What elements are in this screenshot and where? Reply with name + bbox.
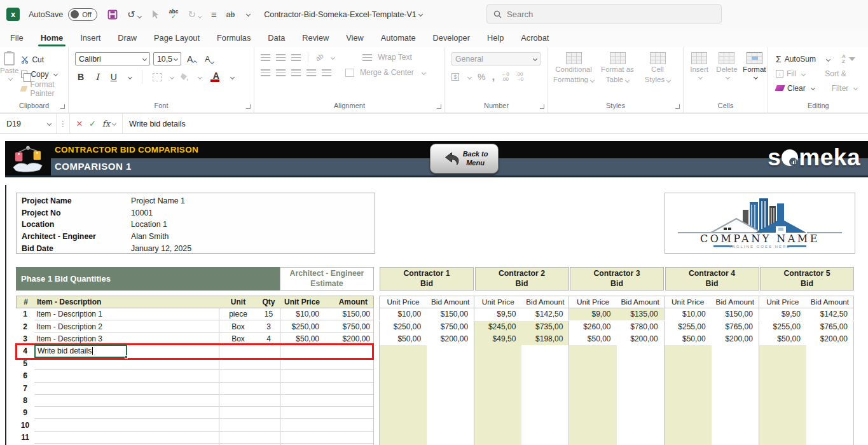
architect-value[interactable]: Alan Smith <box>131 231 169 243</box>
tab-acrobat[interactable]: Acrobat <box>521 33 549 43</box>
merge-center-button[interactable]: Merge & Center <box>360 68 414 77</box>
format-as-table-button[interactable]: Format as Table <box>596 52 638 95</box>
location-value[interactable]: Location 1 <box>131 219 167 231</box>
align-center-button[interactable] <box>276 69 286 76</box>
increase-decimal-button[interactable]: ←0.00 <box>501 72 509 82</box>
tab-developer[interactable]: Developer <box>433 33 470 43</box>
tab-insert[interactable]: Insert <box>80 33 100 43</box>
format-cells-button[interactable]: Format <box>741 52 768 95</box>
accounting-format-button[interactable]: $ <box>451 73 459 81</box>
bid-row[interactable]: $10,00$150,00 $9,50$142,50 $9,00$135,00 … <box>379 308 854 320</box>
orientation-button[interactable]: ab <box>314 52 325 63</box>
number-format-select[interactable]: General <box>451 52 541 65</box>
merge-center-icon <box>345 69 354 77</box>
excel-app-icon[interactable]: x <box>6 8 20 21</box>
styles-group: Conditional Formatting Format as Table C… <box>548 47 684 113</box>
tab-file[interactable]: File <box>10 33 24 43</box>
decrease-indent-button[interactable] <box>307 69 316 76</box>
tab-help[interactable]: Help <box>487 33 504 43</box>
undo-button[interactable]: ↺ <box>127 9 141 20</box>
autosum-button[interactable]: Σ AutoSum AZ <box>773 52 868 67</box>
delete-cells-button[interactable]: Delete <box>713 52 740 95</box>
tab-formulas[interactable]: Formulas <box>217 33 251 43</box>
name-box[interactable]: D19 <box>0 114 56 134</box>
enter-button[interactable]: ✓ <box>89 119 96 128</box>
percent-style-button[interactable]: % <box>478 72 485 82</box>
tab-page-layout[interactable]: Page Layout <box>154 33 200 43</box>
empty-row[interactable]: 7 <box>16 383 373 395</box>
document-title[interactable]: Contractor-Bid-Someka-Excel-Template-V1 <box>264 10 422 19</box>
tab-view[interactable]: View <box>346 33 364 43</box>
insert-cells-button[interactable]: Insert <box>686 52 712 95</box>
font-color-button[interactable]: A <box>208 72 222 82</box>
qat-overflow-chevron[interactable] <box>246 12 251 17</box>
fill-color-button[interactable] <box>180 72 189 81</box>
banner-subtitle: COMPARISON 1 <box>55 161 132 172</box>
search-bar[interactable]: Search <box>486 4 722 24</box>
cut-button[interactable]: Cut <box>18 52 68 67</box>
tab-review[interactable]: Review <box>302 33 329 43</box>
grow-font-button[interactable]: A <box>184 54 199 64</box>
empty-row[interactable]: 9 <box>16 407 373 419</box>
borders-button[interactable] <box>153 73 162 81</box>
back-to-menu-button[interactable]: Back to Menu <box>430 144 499 174</box>
wrap-text-button[interactable]: Wrap Text <box>378 53 412 62</box>
conditional-formatting-button[interactable]: Conditional Formatting <box>552 52 595 95</box>
empty-row[interactable]: 10 <box>16 420 373 432</box>
align-top-button[interactable] <box>261 54 270 61</box>
strikethrough-icon[interactable]: ab <box>226 10 235 19</box>
cell-styles-button[interactable]: Cell Styles <box>640 52 675 95</box>
paste-button[interactable]: Paste <box>0 52 18 95</box>
table-row[interactable]: 1Item - Description 1 piece15 $10,00$150… <box>16 308 373 320</box>
shrink-font-button[interactable]: A <box>202 55 216 64</box>
font-size-select[interactable]: 10,5 <box>153 52 181 65</box>
underline-button[interactable]: U <box>108 72 120 82</box>
align-bottom-button[interactable] <box>291 54 301 61</box>
align-right-button[interactable] <box>291 69 301 76</box>
fill-handle[interactable] <box>125 355 128 359</box>
cancel-button[interactable]: × <box>76 118 83 129</box>
formula-input[interactable]: Write bid details <box>123 114 868 134</box>
save-icon[interactable] <box>107 10 118 20</box>
insert-function-button[interactable]: fx <box>102 119 116 128</box>
tab-automate[interactable]: Automate <box>381 33 416 43</box>
styles-dialog-launcher[interactable] <box>675 104 680 109</box>
tab-home[interactable]: Home <box>41 33 64 43</box>
bid-row[interactable]: $250,00$750,00 $245,00$735,00 $260,00$78… <box>379 321 854 333</box>
project-info-box: Project Name Project Name 1 Project No 1… <box>16 193 375 254</box>
search-icon <box>493 10 502 18</box>
select-pointer-icon[interactable] <box>151 10 160 20</box>
italic-button[interactable]: I <box>93 72 102 82</box>
comma-style-button[interactable]: , <box>492 71 495 83</box>
fill-button[interactable]: ↓ Fill Sort & <box>773 67 868 81</box>
redo-button[interactable]: ↻ <box>188 9 202 20</box>
empty-row[interactable]: 6 <box>16 370 373 382</box>
font-dialog-launcher[interactable] <box>246 104 251 109</box>
project-name-value[interactable]: Project Name 1 <box>131 195 185 207</box>
bold-button[interactable]: B <box>75 72 86 82</box>
view-lines-icon[interactable]: ≡ <box>211 9 217 20</box>
bid-date-value[interactable]: January 12, 2025 <box>131 243 191 255</box>
empty-row[interactable]: 11 <box>16 432 373 444</box>
clear-button[interactable]: Clear Filter <box>773 81 868 95</box>
number-dialog-launcher[interactable] <box>540 104 544 109</box>
empty-row[interactable]: 8 <box>16 395 373 407</box>
bid-row[interactable]: $50,00$200,00 $49,50$198,00 $50,00$200,0… <box>379 333 854 345</box>
tab-draw[interactable]: Draw <box>118 33 137 43</box>
table-row[interactable]: 2Item - Description 2 Box3 $250,00$750,0… <box>16 321 373 333</box>
align-middle-button[interactable] <box>276 54 286 61</box>
decrease-decimal-button[interactable]: .00→0 <box>516 72 523 82</box>
tab-data[interactable]: Data <box>268 33 285 43</box>
autosave-toggle[interactable]: Off <box>68 8 97 21</box>
sort-filter-button[interactable]: Filter <box>832 84 849 93</box>
clipboard-dialog-launcher[interactable] <box>60 104 65 109</box>
paste-icon <box>4 52 15 65</box>
project-no-value[interactable]: 10001 <box>131 207 153 219</box>
increase-indent-button[interactable] <box>322 69 331 76</box>
alignment-dialog-launcher[interactable] <box>437 104 441 109</box>
spelling-icon[interactable]: abc✓ <box>169 9 179 20</box>
format-painter-button[interactable]: Format Painter <box>18 81 68 96</box>
align-left-button[interactable] <box>261 69 270 76</box>
active-edit-cell[interactable]: Write bid details <box>34 345 127 358</box>
font-name-select[interactable]: Calibri <box>75 52 150 65</box>
